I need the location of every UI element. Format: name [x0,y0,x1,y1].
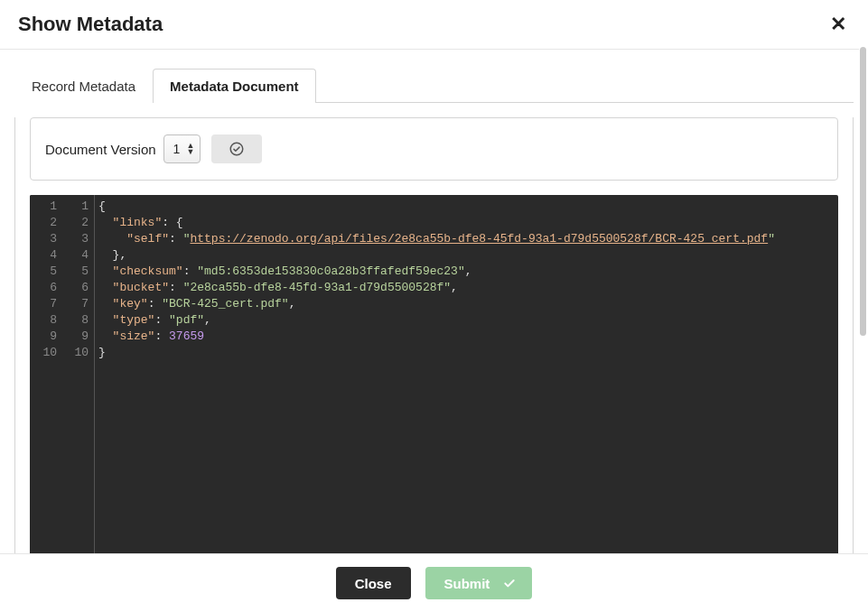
version-select[interactable]: 1 ▲▼ [163,134,201,163]
confirm-version-button[interactable] [211,134,262,163]
check-icon [502,576,517,590]
modal-header: Show Metadata ✕ [0,0,868,50]
modal-footer: Close Submit [0,553,868,612]
tab-metadata-document[interactable]: Metadata Document [153,69,316,103]
svg-point-0 [231,143,244,155]
close-button[interactable]: Close [336,567,411,599]
json-editor[interactable]: 12345678910 12345678910 { "links": { "se… [30,195,838,553]
tab-panel-document: Document Version 1 ▲▼ 12345678910 [14,117,854,553]
version-label: Document Version [45,142,156,157]
scrollbar-thumb[interactable] [860,47,866,336]
submit-button[interactable]: Submit [425,567,533,599]
gutter-right: 12345678910 [62,195,95,553]
modal-title: Show Metadata [18,13,163,36]
scrollbar[interactable] [859,47,868,552]
select-arrows-icon: ▲▼ [186,143,194,155]
close-icon[interactable]: ✕ [826,11,850,38]
modal-body: Record Metadata Metadata Document Docume… [0,50,868,553]
tabs: Record Metadata Metadata Document [14,68,854,103]
check-circle-icon [229,141,245,157]
version-select-value: 1 [173,142,181,156]
tab-record-metadata[interactable]: Record Metadata [14,69,153,103]
gutter-left: 12345678910 [30,195,62,553]
version-bar: Document Version 1 ▲▼ [30,117,838,181]
code-content: { "links": { "self": "https://zenodo.org… [95,195,838,553]
submit-button-label: Submit [444,576,490,591]
metadata-modal: Show Metadata ✕ Record Metadata Metadata… [0,0,868,612]
